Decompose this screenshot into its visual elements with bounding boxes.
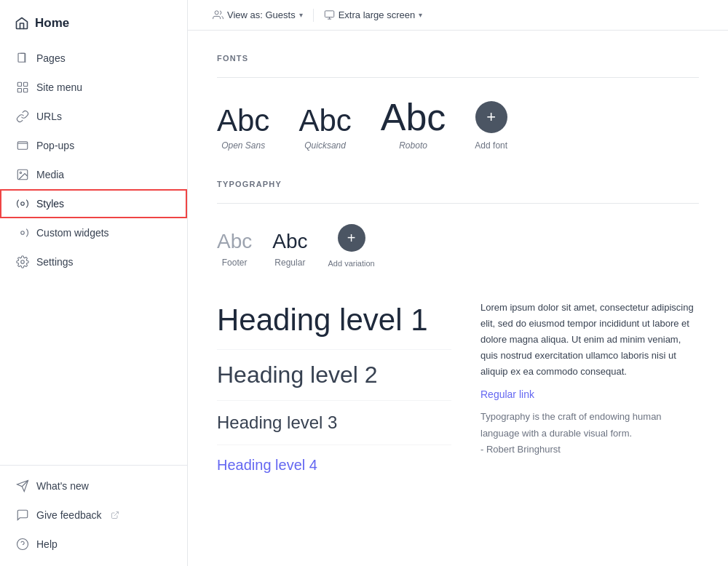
fonts-row: Abc Open Sans Abc Quicksand Abc Roboto +… — [217, 98, 699, 151]
home-icon — [15, 16, 29, 31]
add-font-plus[interactable]: + — [475, 101, 507, 133]
regular-link[interactable]: Regular link — [480, 388, 699, 400]
fonts-section: FONTS Abc Open Sans Abc Quicksand Abc Ro… — [217, 54, 699, 151]
site-menu-icon — [16, 81, 29, 94]
svg-point-14 — [215, 11, 218, 15]
quote-text: Typography is the craft of endowing huma… — [480, 409, 699, 457]
heading-3-item[interactable]: Heading level 3 — [217, 401, 451, 445]
sidebar-item-media[interactable]: Media — [0, 160, 187, 189]
svg-rect-5 — [17, 142, 28, 150]
styles-icon — [16, 197, 29, 210]
screen-size-button[interactable]: Extra large screen ▾ — [317, 5, 430, 25]
typo-variation-regular[interactable]: Abc Regular — [272, 230, 307, 268]
external-link-icon — [111, 511, 119, 519]
view-as-label: View as: Guests — [227, 9, 296, 20]
heading-1-text: Heading level 1 — [217, 303, 428, 337]
sidebar-item-media-label: Media — [36, 169, 64, 180]
quote-text-content: Typography is the craft of endowing huma… — [480, 411, 662, 454]
typo-variation-footer[interactable]: Abc Footer — [217, 230, 252, 268]
typo-footer-abc: Abc — [217, 230, 252, 253]
topbar: View as: Guests ▾ Extra large screen ▾ — [188, 0, 728, 31]
headings-left: Heading level 1 Heading level 2 Heading … — [217, 291, 451, 485]
typography-divider — [217, 203, 699, 204]
fonts-divider — [217, 77, 699, 78]
sidebar-item-urls[interactable]: URLs — [0, 102, 187, 131]
add-font-label: Add font — [475, 140, 507, 151]
svg-line-11 — [114, 512, 119, 517]
topbar-divider — [313, 9, 314, 22]
heading-1-item[interactable]: Heading level 1 — [217, 291, 451, 350]
font-roboto-abc: Abc — [381, 98, 446, 136]
add-variation-button[interactable]: + Add variation — [328, 224, 375, 268]
svg-rect-15 — [325, 11, 334, 17]
sidebar-item-site-menu-label: Site menu — [36, 81, 82, 93]
heading-2-text: Heading level 2 — [217, 362, 378, 388]
font-roboto[interactable]: Abc Roboto — [381, 98, 446, 151]
sidebar-item-help[interactable]: Help — [0, 530, 187, 559]
svg-rect-4 — [24, 89, 28, 92]
view-as-button[interactable]: View as: Guests ▾ — [205, 5, 310, 25]
media-icon — [16, 168, 29, 181]
svg-rect-3 — [17, 89, 21, 92]
screen-chevron: ▾ — [419, 11, 422, 19]
heading-4-text: Heading level 4 — [217, 457, 317, 473]
pages-icon — [16, 52, 29, 65]
svg-rect-0 — [18, 53, 25, 62]
sidebar-item-whats-new-label: What's new — [36, 480, 89, 492]
add-variation-plus[interactable]: + — [338, 224, 365, 252]
users-icon — [213, 9, 223, 20]
typography-section-title: TYPOGRAPHY — [217, 180, 699, 188]
sidebar-item-pages[interactable]: Pages — [0, 44, 187, 73]
font-open-sans[interactable]: Abc Open Sans — [217, 105, 269, 151]
add-font-button[interactable]: + Add font — [475, 101, 507, 151]
sidebar-logo[interactable]: Home — [0, 7, 187, 44]
sidebar-bottom: What's new Give feedback Help — [0, 465, 187, 559]
svg-point-7 — [20, 172, 21, 173]
svg-rect-2 — [24, 82, 28, 86]
sidebar-item-whats-new[interactable]: What's new — [0, 471, 187, 501]
sidebar-item-popups-label: Pop-ups — [36, 140, 74, 151]
font-quicksand-label: Quicksand — [304, 140, 346, 151]
font-open-sans-abc: Abc — [217, 105, 269, 136]
font-quicksand-abc: Abc — [298, 105, 351, 136]
sidebar-item-site-menu[interactable]: Site menu — [0, 73, 187, 102]
sidebar-item-styles[interactable]: Styles — [0, 189, 187, 218]
svg-rect-1 — [17, 82, 21, 86]
sidebar-item-pages-label: Pages — [36, 52, 66, 64]
whats-new-icon — [16, 479, 29, 493]
heading-3-text: Heading level 3 — [217, 412, 337, 432]
fonts-section-title: FONTS — [217, 54, 699, 63]
sidebar: Home Pages Site menu URLs Pop-ups Media — [0, 0, 188, 566]
headings-right: Lorem ipsum dolor sit amet, consectetur … — [480, 291, 699, 485]
give-feedback-icon — [16, 509, 29, 522]
font-open-sans-label: Open Sans — [221, 140, 265, 151]
sidebar-item-urls-label: URLs — [36, 111, 62, 122]
svg-point-12 — [17, 539, 28, 550]
svg-point-9 — [21, 231, 25, 235]
screen-size-label: Extra large screen — [339, 9, 416, 20]
heading-4-item[interactable]: Heading level 4 — [217, 445, 451, 485]
monitor-icon — [324, 9, 335, 20]
sidebar-item-give-feedback-label: Give feedback — [36, 509, 102, 521]
lorem-text: Lorem ipsum dolor sit amet, consectetur … — [480, 300, 699, 380]
sidebar-item-give-feedback[interactable]: Give feedback — [0, 501, 187, 530]
sidebar-item-custom-widgets[interactable]: Custom widgets — [0, 218, 187, 247]
sidebar-item-custom-widgets-label: Custom widgets — [36, 227, 109, 239]
sidebar-item-styles-label: Styles — [36, 198, 64, 210]
main-content: View as: Guests ▾ Extra large screen ▾ F… — [188, 0, 728, 566]
sidebar-item-popups[interactable]: Pop-ups — [0, 131, 187, 160]
headings-area: Heading level 1 Heading level 2 Heading … — [217, 291, 699, 485]
content-area: FONTS Abc Open Sans Abc Quicksand Abc Ro… — [188, 31, 728, 566]
heading-2-item[interactable]: Heading level 2 — [217, 350, 451, 401]
sidebar-logo-label: Home — [35, 16, 69, 31]
custom-widgets-icon — [16, 226, 29, 239]
help-icon — [16, 538, 29, 551]
font-roboto-label: Roboto — [399, 140, 427, 151]
svg-point-10 — [21, 260, 25, 264]
font-quicksand[interactable]: Abc Quicksand — [298, 105, 351, 151]
sidebar-item-settings[interactable]: Settings — [0, 247, 187, 276]
sidebar-item-help-label: Help — [36, 538, 58, 550]
typo-regular-abc: Abc — [272, 230, 307, 253]
urls-icon — [16, 110, 29, 123]
typography-variations: Abc Footer Abc Regular + Add variation — [217, 224, 699, 268]
